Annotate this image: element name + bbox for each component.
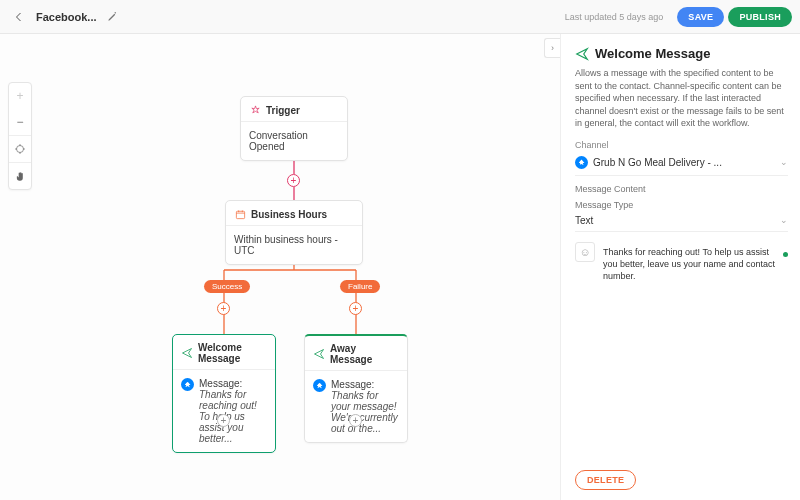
workflow-title: Facebook... (36, 11, 97, 23)
properties-panel: Welcome Message Allows a message with th… (560, 34, 800, 500)
smile-icon: ☺ (579, 246, 590, 258)
arrow-left-icon (13, 11, 25, 23)
emoji-button[interactable]: ☺ (575, 242, 595, 262)
back-button[interactable] (8, 6, 30, 28)
node-title: Business Hours (251, 209, 327, 220)
pencil-icon (107, 11, 118, 22)
message-text-input[interactable]: Thanks for reaching out! To help us assi… (601, 242, 788, 286)
branch-failure-badge: Failure (340, 280, 380, 293)
add-step-button[interactable]: + (287, 174, 300, 187)
messenger-icon (181, 378, 194, 391)
publish-button[interactable]: PUBLISH (728, 7, 792, 27)
add-step-button[interactable]: + (349, 414, 362, 427)
channel-select[interactable]: Grub N Go Meal Delivery - ... ⌄ (575, 152, 788, 176)
panel-title: Welcome Message (575, 46, 788, 61)
message-type-select[interactable]: Text ⌄ (575, 212, 788, 232)
message-type-label: Message Type (575, 200, 788, 210)
node-title: Welcome Message (198, 342, 267, 364)
node-title: Trigger (266, 105, 300, 116)
chevron-down-icon: ⌄ (780, 157, 788, 167)
add-step-button[interactable]: + (217, 302, 230, 315)
add-step-button[interactable]: + (349, 302, 362, 315)
node-body: Within business hours - UTC (226, 226, 362, 264)
node-body: Conversation Opened (241, 122, 347, 160)
delete-button[interactable]: DELETE (575, 470, 636, 490)
save-button[interactable]: SAVE (677, 7, 724, 27)
node-welcome-message[interactable]: Welcome Message Message: Thanks for reac… (172, 334, 276, 453)
status-dot (783, 252, 788, 257)
channel-label: Channel (575, 140, 788, 150)
messenger-icon (575, 156, 588, 169)
node-title: Away Message (330, 343, 399, 365)
node-trigger[interactable]: Trigger Conversation Opened (240, 96, 348, 161)
last-updated-text: Last updated 5 days ago (565, 12, 664, 22)
chevron-down-icon: ⌄ (780, 215, 788, 225)
node-body: Message: Thanks for your message! We're … (331, 379, 399, 434)
message-type-value: Text (575, 215, 593, 226)
channel-value: Grub N Go Meal Delivery - ... (593, 157, 722, 168)
topbar: Facebook... Last updated 5 days ago SAVE… (0, 0, 800, 34)
workflow-canvas[interactable]: + − › (0, 34, 560, 500)
node-business-hours[interactable]: Business Hours Within business hours - U… (225, 200, 363, 265)
trigger-icon (249, 104, 261, 116)
node-body: Message: Thanks for reaching out! To hel… (199, 378, 267, 444)
add-step-button[interactable]: + (217, 414, 230, 427)
branch-success-badge: Success (204, 280, 250, 293)
edit-title-button[interactable] (103, 7, 123, 27)
send-icon (181, 347, 193, 359)
panel-description: Allows a message with the specified cont… (575, 67, 788, 130)
svg-rect-9 (236, 211, 244, 218)
message-content-label: Message Content (575, 184, 788, 194)
send-icon (575, 47, 589, 61)
send-icon (313, 348, 325, 360)
calendar-icon (234, 208, 246, 220)
messenger-icon (313, 379, 326, 392)
